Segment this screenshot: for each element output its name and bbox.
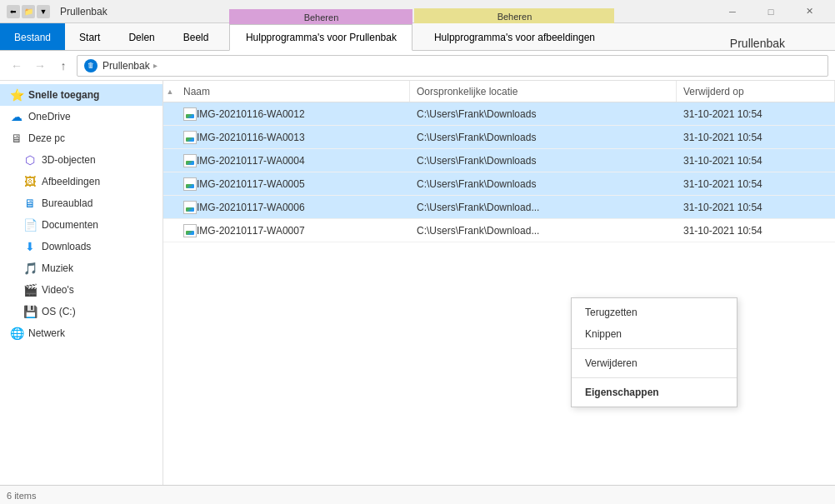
contextual-tabs-afbeeldingen: Hulpprogramma's voor afbeeldingen bbox=[414, 23, 614, 50]
sidebar-label-onedrive: OneDrive bbox=[28, 111, 71, 122]
status-bar: 6 items bbox=[0, 485, 835, 504]
file-icon bbox=[183, 154, 197, 167]
file-icon bbox=[183, 201, 197, 214]
context-menu-item-verwijderen[interactable]: Verwijderen bbox=[572, 352, 737, 374]
table-row[interactable]: IMG-20210117-WA0004 C:\Users\Frank\Downl… bbox=[163, 149, 835, 172]
file-list-area: ▲ Naam Oorspronkelijke locatie Verwijder… bbox=[163, 81, 835, 485]
title-bar-controls: ─ □ ✕ bbox=[713, 0, 828, 23]
sidebar-label-3d-objecten: 3D-objecten bbox=[42, 154, 96, 166]
docs-icon: 📄 bbox=[23, 218, 37, 232]
file-icon bbox=[183, 107, 197, 121]
downloads-icon: ⬇ bbox=[23, 240, 37, 253]
table-row[interactable]: IMG-20210116-WA0012 C:\Users\Frank\Downl… bbox=[163, 102, 835, 126]
window-title: Prullenbak bbox=[60, 6, 108, 17]
file-cell-deleted: 31-10-2021 10:54 bbox=[677, 126, 835, 148]
ribbon-window-title: Prullenbak bbox=[730, 37, 785, 50]
disk-icon: 💾 bbox=[23, 305, 37, 318]
toolbar: ← → ↑ 🗑 Prullenbak ▸ bbox=[0, 51, 835, 81]
sidebar-item-deze-pc[interactable]: 🖥 Deze pc bbox=[0, 127, 162, 149]
sidebar-item-snelle-toegang[interactable]: ⭐ Snelle toegang bbox=[0, 84, 162, 106]
file-cell-name: IMG-20210116-WA0013 bbox=[177, 126, 410, 148]
file-cell-orig: C:\Users\Frank\Download... bbox=[410, 196, 677, 218]
file-cell-name: IMG-20210117-WA0004 bbox=[177, 149, 410, 172]
sidebar-item-os-c[interactable]: 💾 OS (C:) bbox=[0, 301, 162, 322]
file-cell-name: IMG-20210117-WA0007 bbox=[177, 219, 410, 242]
main-area: ⭐ Snelle toegang ☁ OneDrive 🖥 Deze pc ⬡ … bbox=[0, 81, 835, 485]
contextual-tabs-prullenbak: Hulpprogramma's voor Prullenbak bbox=[229, 24, 412, 50]
col-header-naam[interactable]: Naam bbox=[177, 81, 410, 102]
sidebar-item-muziek[interactable]: 🎵 Muziek bbox=[0, 257, 162, 279]
context-menu-separator-1 bbox=[572, 348, 737, 349]
context-menu-separator-2 bbox=[572, 377, 737, 378]
forward-button[interactable]: → bbox=[30, 56, 50, 76]
title-bar-left: ⬅ 📁 ▼ Prullenbak bbox=[7, 5, 108, 18]
sidebar-item-netwerk[interactable]: 🌐 Netwerk bbox=[0, 322, 162, 344]
file-cell-deleted: 31-10-2021 10:54 bbox=[677, 102, 835, 125]
context-menu-item-knippen[interactable]: Knippen bbox=[572, 323, 737, 345]
tab-beeld[interactable]: Beeld bbox=[169, 23, 223, 50]
tab-bestand[interactable]: Bestand bbox=[0, 23, 65, 50]
sidebar-item-documenten[interactable]: 📄 Documenten bbox=[0, 214, 162, 236]
sidebar-item-downloads[interactable]: ⬇ Downloads bbox=[0, 236, 162, 257]
sidebar-item-bureaublad[interactable]: 🖥 Bureaublad bbox=[0, 192, 162, 214]
ribbon-right-title: Prullenbak bbox=[614, 37, 835, 50]
file-cell-deleted: 31-10-2021 10:54 bbox=[677, 149, 835, 172]
context-menu-item-eigenschappen[interactable]: Eigenschappen bbox=[572, 382, 737, 403]
star-icon: ⭐ bbox=[10, 88, 23, 102]
pc-icon: 🖥 bbox=[10, 132, 23, 145]
tab-hulpprogrammas-afbeeldingen[interactable]: Hulpprogramma's voor afbeeldingen bbox=[414, 23, 614, 50]
sidebar-item-afbeeldingen[interactable]: 🖼 Afbeeldingen bbox=[0, 171, 162, 192]
music-icon: 🎵 bbox=[23, 262, 37, 275]
table-row[interactable]: IMG-20210117-WA0007 C:\Users\Frank\Downl… bbox=[163, 219, 835, 242]
tab-hulpprogrammas-prullenbak[interactable]: Hulpprogramma's voor Prullenbak bbox=[229, 24, 412, 51]
sidebar-label-os-c: OS (C:) bbox=[42, 306, 76, 317]
sidebar-label-snelle-toegang: Snelle toegang bbox=[28, 89, 99, 101]
file-cell-name: IMG-20210116-WA0012 bbox=[177, 102, 410, 125]
col-header-orig[interactable]: Oorspronkelijke locatie bbox=[410, 81, 677, 102]
status-text: 6 items bbox=[7, 491, 36, 501]
contextual-label-afbeeldingen: Beheren bbox=[414, 8, 614, 23]
file-cell-name: IMG-20210117-WA0006 bbox=[177, 196, 410, 218]
tb-icon-2: 📁 bbox=[22, 5, 35, 18]
minimize-button[interactable]: ─ bbox=[713, 0, 752, 23]
maximize-button[interactable]: □ bbox=[752, 0, 790, 23]
file-icon bbox=[183, 177, 197, 191]
up-button[interactable]: ↑ bbox=[53, 56, 73, 76]
sidebar-label-documenten: Documenten bbox=[42, 219, 98, 231]
ribbon-tabs: Bestand Start Delen Beeld Beheren Hulppr… bbox=[0, 23, 835, 50]
file-cell-name: IMG-20210117-WA0005 bbox=[177, 172, 410, 195]
file-cell-orig: C:\Users\Frank\Downloads bbox=[410, 126, 677, 148]
col-header-deleted[interactable]: Verwijderd op bbox=[677, 81, 835, 102]
videos-icon: 🎬 bbox=[23, 283, 37, 297]
context-menu: Terugzetten Knippen Verwijderen Eigensch… bbox=[571, 297, 738, 407]
network-icon: 🌐 bbox=[10, 327, 23, 340]
address-bar[interactable]: 🗑 Prullenbak ▸ bbox=[77, 55, 828, 77]
title-bar-icons: ⬅ 📁 ▼ bbox=[7, 5, 50, 18]
file-cell-deleted: 31-10-2021 10:54 bbox=[677, 172, 835, 195]
3d-icon: ⬡ bbox=[23, 153, 37, 167]
file-icon bbox=[183, 224, 197, 237]
sidebar-label-afbeeldingen: Afbeeldingen bbox=[42, 176, 100, 187]
cloud-icon: ☁ bbox=[10, 110, 23, 123]
back-button[interactable]: ← bbox=[7, 56, 27, 76]
address-icon: 🗑 bbox=[84, 59, 98, 72]
tab-delen[interactable]: Delen bbox=[114, 23, 168, 50]
sidebar-label-muziek: Muziek bbox=[42, 262, 73, 274]
sidebar-label-videos: Video's bbox=[42, 284, 74, 296]
tb-icon-3: ▼ bbox=[37, 5, 50, 18]
sidebar-item-onedrive[interactable]: ☁ OneDrive bbox=[0, 106, 162, 127]
tab-start[interactable]: Start bbox=[65, 23, 114, 50]
table-row[interactable]: IMG-20210116-WA0013 C:\Users\Frank\Downl… bbox=[163, 126, 835, 149]
contextual-label-prullenbak: Beheren bbox=[229, 9, 412, 24]
context-menu-item-terugzetten[interactable]: Terugzetten bbox=[572, 302, 737, 323]
sidebar-item-videos[interactable]: 🎬 Video's bbox=[0, 279, 162, 301]
contextual-group-afbeeldingen: Beheren Hulpprogramma's voor afbeeldinge… bbox=[414, 8, 614, 50]
sidebar-label-downloads: Downloads bbox=[42, 241, 91, 252]
sidebar: ⭐ Snelle toegang ☁ OneDrive 🖥 Deze pc ⬡ … bbox=[0, 81, 163, 485]
ribbon: Bestand Start Delen Beeld Beheren Hulppr… bbox=[0, 23, 835, 51]
sidebar-item-3d-objecten[interactable]: ⬡ 3D-objecten bbox=[0, 149, 162, 171]
table-row[interactable]: IMG-20210117-WA0006 C:\Users\Frank\Downl… bbox=[163, 196, 835, 219]
close-button[interactable]: ✕ bbox=[790, 0, 828, 23]
file-cell-orig: C:\Users\Frank\Downloads bbox=[410, 172, 677, 195]
table-row[interactable]: IMG-20210117-WA0005 C:\Users\Frank\Downl… bbox=[163, 172, 835, 196]
